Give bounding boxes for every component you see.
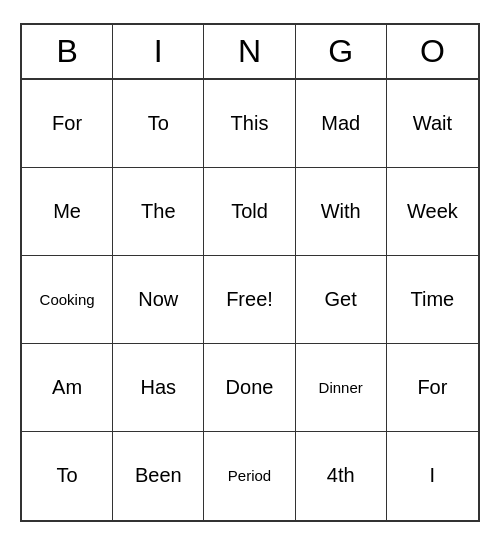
header-letter-B: B	[22, 25, 113, 78]
bingo-cell-23[interactable]: 4th	[296, 432, 387, 520]
bingo-cell-5[interactable]: Me	[22, 168, 113, 256]
bingo-cell-6[interactable]: The	[113, 168, 204, 256]
header-letter-N: N	[204, 25, 295, 78]
bingo-card: BINGO ForToThisMadWaitMeTheToldWithWeekC…	[20, 23, 480, 522]
bingo-cell-2[interactable]: This	[204, 80, 295, 168]
bingo-cell-0[interactable]: For	[22, 80, 113, 168]
bingo-cell-1[interactable]: To	[113, 80, 204, 168]
bingo-grid: ForToThisMadWaitMeTheToldWithWeekCooking…	[22, 80, 478, 520]
bingo-cell-3[interactable]: Mad	[296, 80, 387, 168]
bingo-cell-22[interactable]: Period	[204, 432, 295, 520]
bingo-cell-11[interactable]: Now	[113, 256, 204, 344]
header-letter-I: I	[113, 25, 204, 78]
header-letter-G: G	[296, 25, 387, 78]
bingo-cell-20[interactable]: To	[22, 432, 113, 520]
bingo-cell-18[interactable]: Dinner	[296, 344, 387, 432]
bingo-header: BINGO	[22, 25, 478, 80]
bingo-cell-24[interactable]: I	[387, 432, 478, 520]
bingo-cell-8[interactable]: With	[296, 168, 387, 256]
bingo-cell-14[interactable]: Time	[387, 256, 478, 344]
bingo-cell-21[interactable]: Been	[113, 432, 204, 520]
bingo-cell-12[interactable]: Free!	[204, 256, 295, 344]
bingo-cell-19[interactable]: For	[387, 344, 478, 432]
bingo-cell-13[interactable]: Get	[296, 256, 387, 344]
bingo-cell-15[interactable]: Am	[22, 344, 113, 432]
bingo-cell-16[interactable]: Has	[113, 344, 204, 432]
bingo-cell-10[interactable]: Cooking	[22, 256, 113, 344]
header-letter-O: O	[387, 25, 478, 78]
bingo-cell-4[interactable]: Wait	[387, 80, 478, 168]
bingo-cell-17[interactable]: Done	[204, 344, 295, 432]
bingo-cell-9[interactable]: Week	[387, 168, 478, 256]
bingo-cell-7[interactable]: Told	[204, 168, 295, 256]
